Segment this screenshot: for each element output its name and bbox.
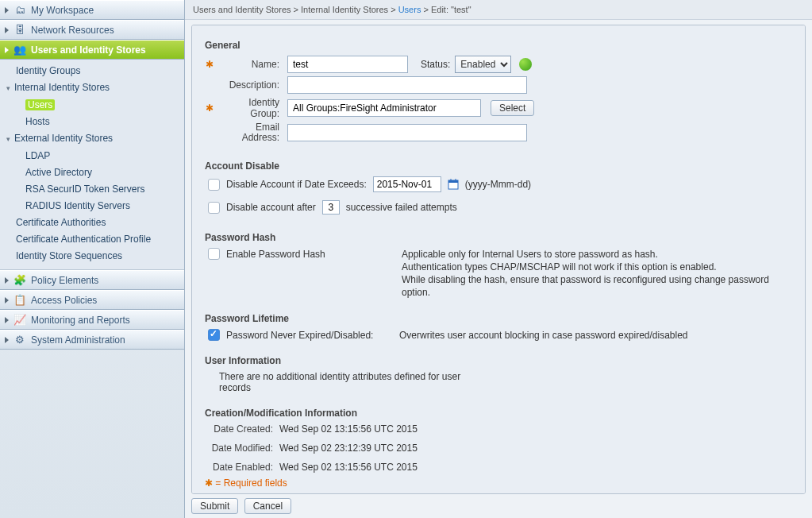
user-information-note: There are no additional identity attribu… xyxy=(205,371,475,393)
chevron-right-icon xyxy=(5,297,9,303)
identity-group-input[interactable] xyxy=(287,99,481,117)
chart-icon: 📈 xyxy=(13,314,26,327)
nav-access-policies[interactable]: 📋 Access Policies xyxy=(0,290,184,310)
failed-attempts-input[interactable] xyxy=(322,200,340,215)
tree-rsa[interactable]: RSA SecurID Token Servers xyxy=(0,181,184,198)
date-format-hint: (yyyy-Mmm-dd) xyxy=(465,179,531,190)
workspace-icon: 🗂 xyxy=(13,4,26,17)
tree-cert-authorities[interactable]: Certificate Authorities xyxy=(0,215,184,231)
status-enabled-icon xyxy=(519,58,532,71)
chevron-right-icon xyxy=(5,337,9,343)
chevron-right-icon xyxy=(5,317,9,323)
section-creation-modification: Creation/Modification Information xyxy=(205,408,792,419)
disable-if-date-checkbox[interactable] xyxy=(208,179,220,191)
section-user-information: User Information xyxy=(205,355,792,366)
password-hash-note: Applicable only for Internal Users to st… xyxy=(402,248,792,299)
nav-label: Policy Elements xyxy=(31,275,98,286)
users-icon: 👥 xyxy=(13,44,26,56)
disable-if-date-label: Disable Account if Date Exceeds: xyxy=(226,179,367,190)
tree-cert-auth-profile[interactable]: Certificate Authentication Profile xyxy=(0,231,184,248)
nav-label: Access Policies xyxy=(31,295,97,306)
footer: Submit Cancel xyxy=(185,494,812,518)
breadcrumb: Users and Identity Stores > Internal Ide… xyxy=(185,0,812,20)
breadcrumb-item[interactable]: Users and Identity Stores xyxy=(193,5,291,14)
policy-icon: 🧩 xyxy=(13,274,26,287)
email-label: Email Address: xyxy=(219,122,283,143)
nav-label: Monitoring and Reports xyxy=(31,315,130,326)
breadcrumb-item-users[interactable]: Users xyxy=(398,5,421,14)
calendar-icon[interactable] xyxy=(448,179,459,190)
required-icon: ✱ xyxy=(205,477,213,489)
tree-identity-store-sequences[interactable]: Identity Store Sequences xyxy=(0,248,184,265)
nav-policy-elements[interactable]: 🧩 Policy Elements xyxy=(0,270,184,290)
tree-internal-identity-stores[interactable]: Internal Identity Stores xyxy=(0,79,184,97)
name-label: Name: xyxy=(219,59,283,70)
gear-icon: ⚙ xyxy=(13,334,26,346)
date-enabled-value: Wed Sep 02 13:15:56 UTC 2015 xyxy=(279,462,792,473)
section-account-disable: Account Disable xyxy=(205,160,792,172)
sidebar: 🗂 My Workspace 🗄 Network Resources 👥 Use… xyxy=(0,0,185,518)
status-select[interactable]: Enabled xyxy=(455,56,511,73)
database-icon: 🗄 xyxy=(13,24,26,37)
nav-label: Users and Identity Stores xyxy=(31,44,146,56)
email-input[interactable] xyxy=(287,124,527,141)
chevron-right-icon xyxy=(5,27,9,33)
tree-ldap[interactable]: LDAP xyxy=(0,148,184,164)
date-enabled-label: Date Enabled: xyxy=(205,462,279,473)
date-created-value: Wed Sep 02 13:15:56 UTC 2015 xyxy=(279,423,792,435)
tree-users[interactable]: Users xyxy=(0,97,184,114)
disable-after-attempts-checkbox[interactable] xyxy=(208,202,220,214)
sidebar-tree: Identity Groups Internal Identity Stores… xyxy=(0,60,184,270)
password-lifetime-note: Overwrites user account blocking in case… xyxy=(399,330,688,341)
required-fields-note: ✱ = Required fields xyxy=(205,477,792,489)
svg-rect-1 xyxy=(448,180,458,183)
main-panel: Users and Identity Stores > Internal Ide… xyxy=(185,0,812,518)
section-general: General xyxy=(205,40,792,51)
status-label: Status: xyxy=(421,59,450,70)
nav-label: My Workspace xyxy=(31,5,94,16)
password-never-expired-checkbox[interactable] xyxy=(208,329,220,341)
date-modified-value: Wed Sep 02 23:12:39 UTC 2015 xyxy=(279,443,792,454)
date-created-label: Date Created: xyxy=(205,423,279,435)
password-never-expired-label: Password Never Expired/Disabled: xyxy=(226,330,393,341)
date-modified-label: Date Modified: xyxy=(205,443,279,454)
required-icon: ✱ xyxy=(205,102,214,114)
tree-radius[interactable]: RADIUS Identity Servers xyxy=(0,198,184,215)
identity-group-label: Identity Group: xyxy=(219,97,283,119)
section-password-lifetime: Password Lifetime xyxy=(205,313,792,324)
select-identity-group-button[interactable]: Select xyxy=(491,100,534,116)
section-password-hash: Password Hash xyxy=(205,232,792,243)
disable-after-label-b: successive failed attempts xyxy=(346,202,457,213)
tree-identity-groups[interactable]: Identity Groups xyxy=(0,63,184,79)
nav-network-resources[interactable]: 🗄 Network Resources xyxy=(0,20,184,40)
tree-external-identity-stores[interactable]: External Identity Stores xyxy=(0,130,184,148)
enable-password-hash-label: Enable Password Hash xyxy=(226,249,325,260)
disable-date-input[interactable] xyxy=(373,176,441,192)
enable-password-hash-checkbox[interactable] xyxy=(208,248,220,260)
breadcrumb-item[interactable]: Internal Identity Stores xyxy=(301,5,388,14)
name-input[interactable] xyxy=(287,56,408,73)
nav-my-workspace[interactable]: 🗂 My Workspace xyxy=(0,0,184,20)
submit-button[interactable]: Submit xyxy=(191,498,238,514)
content: General ✱ Name: Status: Enabled Descript… xyxy=(191,25,806,494)
chevron-right-icon xyxy=(5,277,9,284)
description-input[interactable] xyxy=(287,76,527,94)
tree-active-directory[interactable]: Active Directory xyxy=(0,164,184,181)
required-icon: ✱ xyxy=(205,59,214,70)
tree-hosts[interactable]: Hosts xyxy=(0,114,184,130)
nav-label: Network Resources xyxy=(31,25,114,36)
nav-label: System Administration xyxy=(31,334,125,346)
disable-after-label-a: Disable account after xyxy=(226,202,316,213)
clipboard-icon: 📋 xyxy=(13,294,26,307)
cancel-button[interactable]: Cancel xyxy=(244,498,291,514)
breadcrumb-current: Edit: "test" xyxy=(431,5,471,14)
description-label: Description: xyxy=(219,79,283,91)
chevron-right-icon xyxy=(5,47,9,53)
chevron-right-icon xyxy=(5,7,9,14)
nav-users-identity-stores[interactable]: 👥 Users and Identity Stores xyxy=(0,40,184,60)
nav-system-admin[interactable]: ⚙ System Administration xyxy=(0,330,184,350)
nav-monitoring[interactable]: 📈 Monitoring and Reports xyxy=(0,310,184,330)
